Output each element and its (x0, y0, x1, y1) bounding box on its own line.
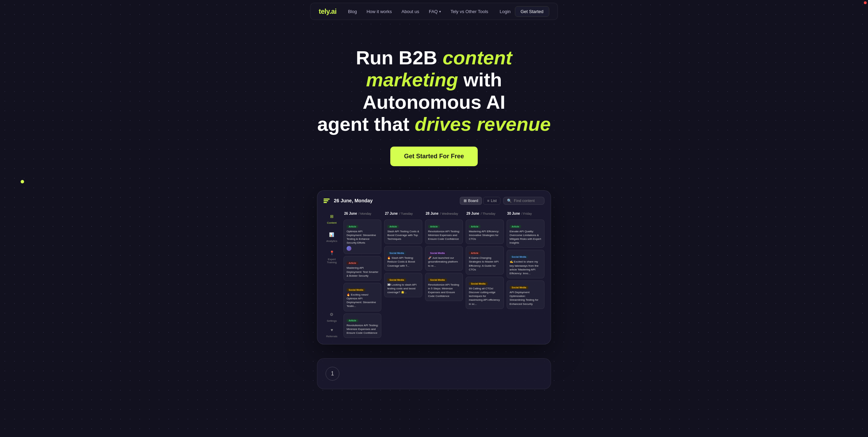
sidebar-label-content: Content (327, 221, 337, 224)
sidebar-label-analytics: Analytics (326, 239, 337, 243)
dashboard-date: 26 June, Monday (334, 198, 373, 203)
kanban-col-wednesday: Article Revolutionize API Testing: Minim… (425, 220, 463, 301)
card-tag: Article (347, 225, 358, 228)
sidebar-item-content[interactable]: ⊞ Content (327, 213, 337, 224)
col-header-mon: 26 June / Monday (343, 210, 381, 217)
card-title: Elevate API Quality: Overcome Limitation… (510, 230, 541, 245)
dashboard-wrapper: 26 June, Monday ⊞ Board ≡ List 🔍 Find co… (0, 180, 868, 345)
card-tag: Article (347, 319, 358, 322)
sidebar-label-settings: Settings (327, 319, 337, 322)
nav-link-how-it-works[interactable]: How it works (367, 9, 392, 14)
card-tue-3[interactable]: Social Media 👀 Looking to slash API test… (384, 273, 422, 298)
chevron-down-icon: ▾ (439, 10, 441, 13)
nav-link-about-us[interactable]: About us (402, 9, 419, 14)
sidebar-label-expert-training: Expert Training (324, 258, 340, 264)
card-title: Revolutionize API Testing: Minimize Expe… (428, 230, 460, 241)
list-icon: ≡ (487, 199, 489, 203)
kanban-col-friday: Article Elevate API Quality: Overcome Li… (507, 220, 544, 309)
card-tue-1[interactable]: Article Slash API Testing Costs & Boost … (384, 220, 422, 244)
col-header-thu: 29 June / Thursday (466, 210, 504, 217)
card-tag: Social Media (469, 282, 487, 285)
card-tag: Social Media (428, 252, 447, 255)
navbar: tely.ai Blog How it works About us FAQ ▾… (310, 3, 558, 20)
list-view-button[interactable]: ≡ List (483, 197, 500, 205)
card-tag: Article (510, 225, 521, 228)
nav-actions: Login Get Started (500, 6, 549, 17)
nav-link-tely-vs-tools[interactable]: Tely vs Other Tools (451, 9, 488, 14)
nav-links: Blog How it works About us FAQ ▾ Tely vs… (348, 8, 488, 14)
card-title: API Deployment Optimization: Streamlinin… (510, 290, 541, 306)
card-wed-1[interactable]: Article Revolutionize API Testing: Minim… (425, 220, 463, 244)
card-thu-2[interactable]: Article 5 Game-Changing Strategies to Ma… (466, 246, 504, 275)
nav-item-tely-vs-tools[interactable]: Tely vs Other Tools (451, 8, 488, 14)
nav-cta-button[interactable]: Get Started (515, 6, 549, 17)
sidebar-item-settings[interactable]: ⚙ Settings (326, 311, 337, 322)
card-mon-2[interactable]: Article Mastering API Deployment: Test S… (343, 256, 381, 281)
card-tag: Social Media (347, 288, 365, 291)
nav-item-about-us[interactable]: About us (402, 8, 419, 14)
card-mon-4[interactable]: Article Revolutionize API Testing: Minim… (343, 313, 381, 338)
search-icon: 🔍 (507, 199, 512, 203)
sidebar-label-referrals: Referrals (326, 335, 337, 338)
card-title: Optimize API Deployment: Streamline Test… (347, 230, 378, 245)
card-fri-3[interactable]: Social Media API Deployment Optimization… (507, 280, 544, 309)
tely-logo-icon (324, 199, 330, 203)
hero-title-part1: Run B2B (356, 47, 443, 68)
dashboard-header-right: ⊞ Board ≡ List 🔍 Find content (460, 197, 544, 205)
bottom-section: 1 (0, 344, 868, 389)
nav-item-faq[interactable]: FAQ ▾ (429, 9, 441, 14)
sidebar-item-analytics[interactable]: 📊 Analytics (326, 231, 337, 243)
dashboard-header: 26 June, Monday ⊞ Board ≡ List 🔍 Find co… (324, 197, 544, 205)
hero-section: Run B2B content marketing with Autonomou… (0, 23, 868, 180)
card-mon-1[interactable]: Article Optimize API Deployment: Streaml… (343, 220, 381, 254)
bottom-card: 1 (317, 358, 551, 389)
avatar (347, 246, 351, 251)
sidebar-item-expert-training[interactable]: 📍 Expert Training (324, 249, 340, 264)
nav-link-blog[interactable]: Blog (348, 9, 357, 14)
card-title: 🚀 Just launched our groundbreaking platf… (428, 256, 460, 268)
card-title: 🔥 Exciting news! Optimize API Deployment… (347, 293, 378, 308)
card-thu-3[interactable]: Social Media 99 Calling all CTOs! Discov… (466, 277, 504, 309)
card-title: 99 Calling all CTOs! Discover cutting-ed… (469, 287, 500, 306)
card-tue-2[interactable]: Social Media 🔥 Slash API Testing: Reduce… (384, 246, 422, 271)
col-header-tue: 27 June / Tuesday (384, 210, 422, 217)
card-wed-3[interactable]: Social Media Revolutionize API Testing i… (425, 273, 463, 301)
card-tag: Social Media (387, 252, 406, 255)
step-circle: 1 (326, 367, 339, 381)
card-mon-3[interactable]: Social Media 🔥 Exciting news! Optimize A… (343, 283, 381, 311)
search-box[interactable]: 🔍 Find content (503, 197, 544, 205)
yellow-dot-decoration (21, 180, 24, 183)
card-tag: Article (428, 225, 440, 228)
settings-icon: ⚙ (328, 311, 335, 318)
card-wed-2[interactable]: Social Media 🚀 Just launched our groundb… (425, 246, 463, 271)
card-title: ✍️ Excited to share my key takeaways fro… (510, 260, 541, 275)
view-toggle: ⊞ Board ≡ List (460, 197, 500, 205)
content-icon: ⊞ (328, 213, 335, 220)
card-fri-2[interactable]: Social Media ✍️ Excited to share my key … (507, 250, 544, 278)
navbar-wrapper: tely.ai Blog How it works About us FAQ ▾… (0, 0, 868, 23)
kanban-header-row: 26 June / Monday 27 June / Tuesday 28 Ju… (343, 210, 544, 217)
hero-cta-button[interactable]: Get Started For Free (390, 147, 478, 166)
login-button[interactable]: Login (500, 9, 511, 14)
kanban-col-tuesday: Article Slash API Testing Costs & Boost … (384, 220, 422, 298)
logo[interactable]: tely.ai (319, 8, 337, 15)
card-title: Mastering API Efficiency: Innovative Str… (469, 230, 500, 241)
hero-title-highlight2: drives revenue (415, 113, 551, 135)
nav-item-blog[interactable]: Blog (348, 8, 357, 14)
col-header-fri: 30 June / Friday (507, 210, 544, 217)
nav-item-how-it-works[interactable]: How it works (367, 8, 392, 14)
hero-title: Run B2B content marketing with Autonomou… (314, 47, 554, 136)
card-fri-1[interactable]: Article Elevate API Quality: Overcome Li… (507, 220, 544, 248)
card-thu-1[interactable]: Article Mastering API Efficiency: Innova… (466, 220, 504, 244)
card-tag: Article (469, 225, 480, 228)
card-title: 🔥 Slash API Testing: Reduce Costs & Boos… (387, 256, 419, 268)
kanban-col-monday: Article Optimize API Deployment: Streaml… (343, 220, 381, 338)
sidebar-item-referrals[interactable]: ♥ Referrals (326, 327, 337, 338)
expert-training-icon: 📍 (328, 249, 335, 256)
col-header-wed: 28 June / Wednesday (425, 210, 463, 217)
kanban-sidebar: ⊞ Content 📊 Analytics 📍 Expert Training … (324, 210, 340, 338)
board-icon: ⊞ (464, 199, 467, 203)
dashboard-header-left: 26 June, Monday (324, 198, 373, 203)
nav-link-faq[interactable]: FAQ ▾ (429, 9, 441, 14)
board-view-button[interactable]: ⊞ Board (460, 197, 482, 205)
